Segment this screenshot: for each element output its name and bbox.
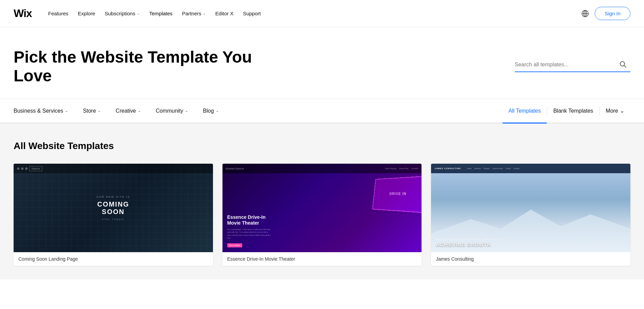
- template-card-coming-soon[interactable]: Skyline OUR NEW SITE IS COMINGSOON STAY …: [14, 164, 213, 266]
- main-content: All Website Templates Skyline OUR NEW SI…: [0, 124, 644, 279]
- svg-line-5: [624, 65, 626, 67]
- cat-community[interactable]: Community ⌄: [148, 99, 196, 124]
- cat-right-group: All Templates Blank Templates More ⌄: [502, 99, 630, 123]
- consulting-logo: JAMES CONSULTING: [434, 167, 461, 169]
- search-input[interactable]: [515, 62, 617, 68]
- top-navigation: Wix Features Explore Subscriptions ⌄ Tem…: [0, 0, 644, 27]
- site-logo-text: Skyline: [29, 166, 42, 171]
- cat-store[interactable]: Store ⌄: [76, 99, 108, 124]
- browser-bar-1: Skyline: [14, 164, 213, 173]
- drive-in-logo: Essence Drive-In: [226, 167, 244, 170]
- cat-business-services[interactable]: Business & Services ⌄: [14, 99, 76, 124]
- store-chevron-icon: ⌄: [98, 109, 101, 113]
- hero-title: Pick the Website Template You Love: [14, 48, 279, 85]
- consulting-caption: DEVELOPING INNOVATIVE STRATEGIES: [436, 238, 626, 241]
- partners-chevron-icon: ⌄: [203, 11, 206, 16]
- nav-right-area: Sign In: [581, 7, 630, 20]
- section-title: All Website Templates: [14, 141, 630, 151]
- sign-in-button[interactable]: Sign In: [595, 7, 630, 20]
- nav-links: Features Explore Subscriptions ⌄ Templat…: [48, 11, 571, 16]
- browser-dot-2: [21, 167, 23, 170]
- drive-in-desc: I'm a paragraph. Click here to add your …: [227, 228, 271, 240]
- cat-creative[interactable]: Creative ⌄: [108, 99, 148, 124]
- browser-dot-3: [25, 167, 28, 170]
- drive-in-3d-shape: DRIVE IN: [372, 176, 422, 213]
- drive-in-nav: Now Playing Snack Bar Contact: [385, 167, 418, 169]
- browser-dot-1: [17, 167, 19, 170]
- language-icon[interactable]: [581, 10, 589, 18]
- nav-features[interactable]: Features: [48, 11, 68, 16]
- search-area: [515, 61, 630, 72]
- logo[interactable]: Wix: [14, 7, 32, 20]
- drive-in-buy-btn[interactable]: Buy Tickets: [227, 243, 243, 247]
- hero-section: Pick the Website Template You Love: [0, 27, 644, 99]
- nav-explore[interactable]: Explore: [78, 11, 95, 16]
- cat-blank-templates[interactable]: Blank Templates: [547, 99, 599, 124]
- nav-support[interactable]: Support: [243, 11, 261, 16]
- more-chevron-icon: ⌄: [620, 108, 624, 114]
- subscriptions-chevron-icon: ⌄: [137, 11, 140, 16]
- browser-bar-3: JAMES CONSULTING About Services Projects…: [431, 164, 630, 173]
- browser-bar-2: Essence Drive-In Now Playing Snack Bar C…: [222, 164, 422, 173]
- templates-grid: Skyline OUR NEW SITE IS COMINGSOON STAY …: [14, 164, 630, 266]
- consulting-overlay: DEVELOPING INNOVATIVE STRATEGIES ACHIEVI…: [431, 233, 630, 252]
- community-chevron-icon: ⌄: [185, 109, 188, 113]
- grid-lines-decoration: [14, 164, 213, 252]
- template-card-consulting[interactable]: JAMES CONSULTING About Services Projects…: [431, 164, 630, 266]
- nav-editor-x[interactable]: Editor X: [215, 11, 233, 16]
- wix-logo: Wix: [14, 7, 32, 20]
- template-label-1: Coming Soon Landing Page: [14, 252, 213, 266]
- consulting-body: DEVELOPING INNOVATIVE STRATEGIES ACHIEVI…: [431, 173, 630, 252]
- blog-chevron-icon: ⌄: [216, 109, 219, 113]
- business-chevron-icon: ⌄: [65, 109, 68, 113]
- template-label-2: Essence Drive-In Movie Theater: [222, 252, 422, 266]
- template-card-drive-in[interactable]: Essence Drive-In Now Playing Snack Bar C…: [222, 164, 422, 266]
- category-navigation: Business & Services ⌄ Store ⌄ Creative ⌄…: [0, 99, 644, 124]
- cat-blog[interactable]: Blog ⌄: [196, 99, 226, 124]
- consulting-nav: About Services Projects Good to know Cli…: [467, 167, 519, 169]
- template-preview-2: Essence Drive-In Now Playing Snack Bar C…: [222, 164, 422, 252]
- drive-in-text: Essence Drive-InMovie Theater I'm a para…: [227, 214, 271, 247]
- consulting-title: ACHIEVING GROWTH: [436, 242, 626, 247]
- drive-in-title: Essence Drive-InMovie Theater: [227, 214, 271, 226]
- nav-subscriptions[interactable]: Subscriptions ⌄: [105, 11, 140, 16]
- cat-more[interactable]: More ⌄: [600, 99, 630, 124]
- creative-chevron-icon: ⌄: [138, 109, 141, 113]
- template-label-3: James Consulting: [431, 252, 630, 266]
- nav-templates[interactable]: Templates: [149, 11, 172, 16]
- template-preview-3: JAMES CONSULTING About Services Projects…: [431, 164, 630, 252]
- template-preview-1: Skyline OUR NEW SITE IS COMINGSOON STAY …: [14, 164, 213, 252]
- nav-partners[interactable]: Partners ⌄: [182, 11, 206, 16]
- drive-in-body: DRIVE IN Essence Drive-InMovie Theater I…: [222, 173, 422, 252]
- cat-all-templates[interactable]: All Templates: [502, 99, 547, 124]
- search-button[interactable]: [620, 61, 626, 69]
